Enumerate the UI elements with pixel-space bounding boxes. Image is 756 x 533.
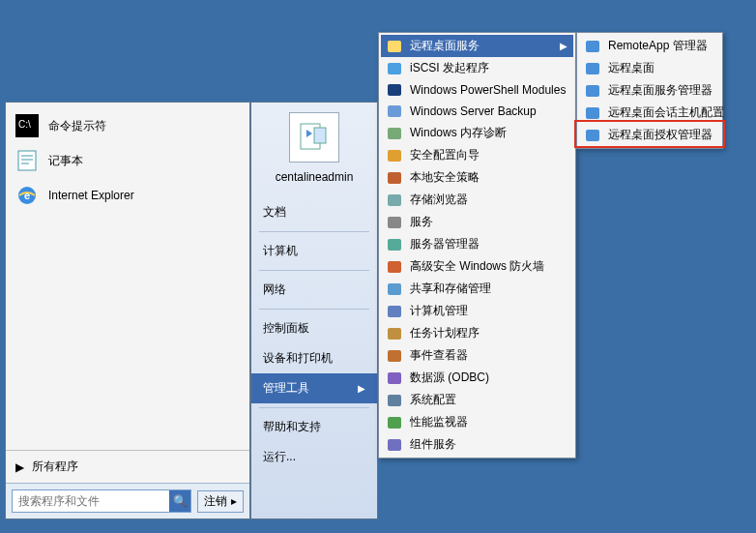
svg-rect-27 xyxy=(388,417,401,429)
admin-item-6[interactable]: 本地安全策略 xyxy=(381,166,573,189)
svg-rect-12 xyxy=(388,84,401,96)
rds-item-label: 远程桌面服务管理器 xyxy=(608,82,714,99)
admin-item-1[interactable]: iSCSI 发起程序 xyxy=(381,57,573,79)
nav-network[interactable]: 网络 xyxy=(251,275,377,305)
admin-item-8[interactable]: 服务 xyxy=(381,211,573,233)
admin-tools-submenu: 远程桌面服务▶iSCSI 发起程序Windows PowerShell Modu… xyxy=(378,32,576,459)
odbc-icon xyxy=(387,370,402,386)
nav-devices[interactable]: 设备和打印机 xyxy=(251,343,377,373)
nav-computer[interactable]: 计算机 xyxy=(251,236,377,266)
rds-item-4[interactable]: 远程桌面授权管理器 xyxy=(579,124,720,146)
rds-item-1[interactable]: 远程桌面 xyxy=(579,57,720,79)
admin-item-3[interactable]: Windows Server Backup xyxy=(381,101,573,122)
admin-item-label: 安全配置向导 xyxy=(410,147,567,163)
nav-admin-tools[interactable]: 管理工具 ▶ xyxy=(251,373,377,403)
admin-item-label: 服务器管理器 xyxy=(410,236,567,252)
pinned-label: Internet Explorer xyxy=(48,189,134,202)
firewall-icon xyxy=(387,259,402,275)
svg-rect-13 xyxy=(388,105,401,117)
rds-submenu: RemoteApp 管理器远程桌面远程桌面服务管理器远程桌面会话主机配置远程桌面… xyxy=(576,32,723,149)
server-icon xyxy=(387,237,402,252)
folder-icon xyxy=(387,39,402,54)
rds-item-2[interactable]: 远程桌面服务管理器 xyxy=(579,79,720,102)
admin-item-label: 任务计划程序 xyxy=(410,325,567,341)
rds-item-0[interactable]: RemoteApp 管理器 xyxy=(579,35,720,57)
pinned-item-notepad[interactable]: 记事本 xyxy=(10,143,246,178)
all-programs-label: 所有程序 xyxy=(32,459,78,475)
svg-rect-21 xyxy=(388,283,401,295)
admin-item-11[interactable]: 共享和存储管理 xyxy=(381,278,573,300)
rds-icon xyxy=(585,83,600,99)
admin-item-17[interactable]: 性能监视器 xyxy=(381,411,573,433)
event-icon xyxy=(387,348,402,364)
rds-icon xyxy=(585,105,600,121)
svg-rect-11 xyxy=(388,63,401,74)
all-programs-button[interactable]: ▶ 所有程序 xyxy=(6,450,249,483)
admin-item-16[interactable]: 系统配置 xyxy=(381,389,573,411)
nav-docs[interactable]: 文档 xyxy=(251,197,377,227)
admin-item-9[interactable]: 服务器管理器 xyxy=(381,233,573,255)
comp-icon xyxy=(387,437,402,453)
admin-item-2[interactable]: Windows PowerShell Modules xyxy=(381,79,573,101)
admin-item-12[interactable]: 计算机管理 xyxy=(381,300,573,322)
admin-item-0[interactable]: 远程桌面服务▶ xyxy=(381,35,573,57)
svg-rect-33 xyxy=(586,130,599,141)
search-button[interactable]: 🔍 xyxy=(169,490,190,512)
admin-item-label: 组件服务 xyxy=(410,436,567,453)
admin-item-18[interactable]: 组件服务 xyxy=(381,433,573,456)
admin-item-label: 事件查看器 xyxy=(410,347,567,364)
avatar xyxy=(289,112,339,163)
admin-item-13[interactable]: 任务计划程序 xyxy=(381,322,573,344)
svg-rect-19 xyxy=(388,239,401,251)
globe-icon xyxy=(387,61,402,76)
admin-item-label: iSCSI 发起程序 xyxy=(410,60,567,76)
admin-item-7[interactable]: 存储浏览器 xyxy=(381,189,573,211)
admin-item-label: 远程桌面服务 xyxy=(410,38,552,54)
svg-rect-31 xyxy=(586,85,599,97)
search-input[interactable] xyxy=(13,490,169,512)
search-icon: 🔍 xyxy=(173,494,188,508)
ie-icon: e xyxy=(15,184,39,207)
rds-item-label: 远程桌面 xyxy=(608,60,714,76)
rds-icon xyxy=(585,39,600,54)
admin-item-label: 计算机管理 xyxy=(410,303,567,319)
sysconf-icon xyxy=(387,393,402,408)
admin-item-label: 服务 xyxy=(410,214,567,230)
pinned-label: 记事本 xyxy=(48,153,83,169)
rds-item-3[interactable]: 远程桌面会话主机配置 xyxy=(579,102,720,124)
chevron-right-icon: ▶ xyxy=(358,383,365,394)
logoff-label: 注销 xyxy=(204,493,227,510)
svg-rect-22 xyxy=(388,306,401,317)
nav-run[interactable]: 运行... xyxy=(251,442,377,472)
user-panel: centalineadmin 文档 计算机 网络 控制面板 设备和打印机 管理工… xyxy=(250,102,378,519)
pinned-item-ie[interactable]: e Internet Explorer xyxy=(10,178,246,213)
svg-rect-24 xyxy=(388,350,401,362)
mgmt-icon xyxy=(387,304,402,319)
gear-icon xyxy=(387,215,402,230)
rds-icon xyxy=(585,61,600,76)
admin-item-10[interactable]: 高级安全 Windows 防火墙 xyxy=(381,255,573,278)
nav-help[interactable]: 帮助和支持 xyxy=(251,412,377,442)
admin-item-14[interactable]: 事件查看器 xyxy=(381,344,573,367)
pinned-item-cmd[interactable]: C:\ 命令提示符 xyxy=(10,108,246,143)
rds-item-label: 远程桌面会话主机配置 xyxy=(608,104,724,121)
logoff-button[interactable]: 注销 ▸ xyxy=(197,490,244,513)
share-icon xyxy=(387,281,402,297)
svg-rect-23 xyxy=(388,328,401,340)
svg-rect-20 xyxy=(388,261,401,273)
svg-text:e: e xyxy=(24,190,30,201)
svg-rect-15 xyxy=(388,150,401,162)
perf-icon xyxy=(387,415,402,430)
triangle-icon: ▶ xyxy=(15,460,24,474)
admin-item-5[interactable]: 安全配置向导 xyxy=(381,144,573,166)
svg-rect-25 xyxy=(388,372,401,384)
svg-rect-30 xyxy=(586,63,599,74)
admin-item-4[interactable]: Windows 内存诊断 xyxy=(381,122,573,144)
nav-control-panel[interactable]: 控制面板 xyxy=(251,313,377,343)
svg-rect-32 xyxy=(586,107,599,119)
admin-item-label: Windows PowerShell Modules xyxy=(410,83,567,97)
search-row: 🔍 注销 ▸ xyxy=(6,483,249,518)
admin-item-15[interactable]: 数据源 (ODBC) xyxy=(381,367,573,389)
chevron-right-icon: ▸ xyxy=(231,494,237,508)
admin-item-label: 高级安全 Windows 防火墙 xyxy=(410,258,567,275)
